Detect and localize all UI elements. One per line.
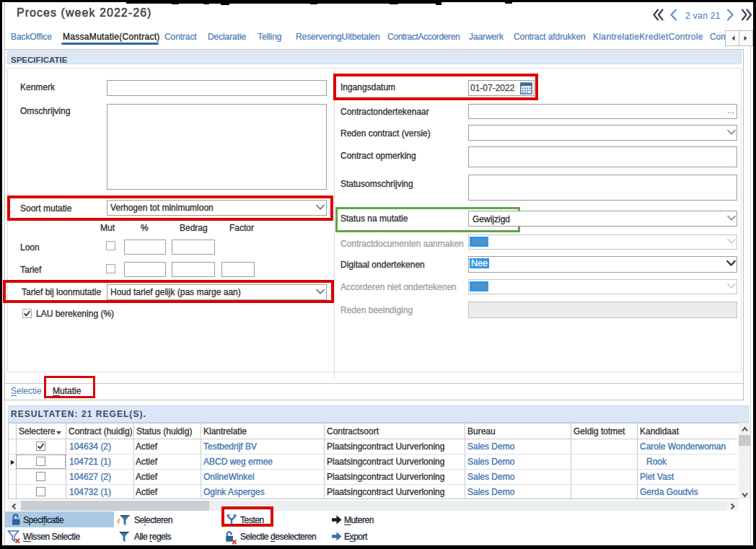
svg-text:2 van 21: 2 van 21	[685, 11, 721, 21]
